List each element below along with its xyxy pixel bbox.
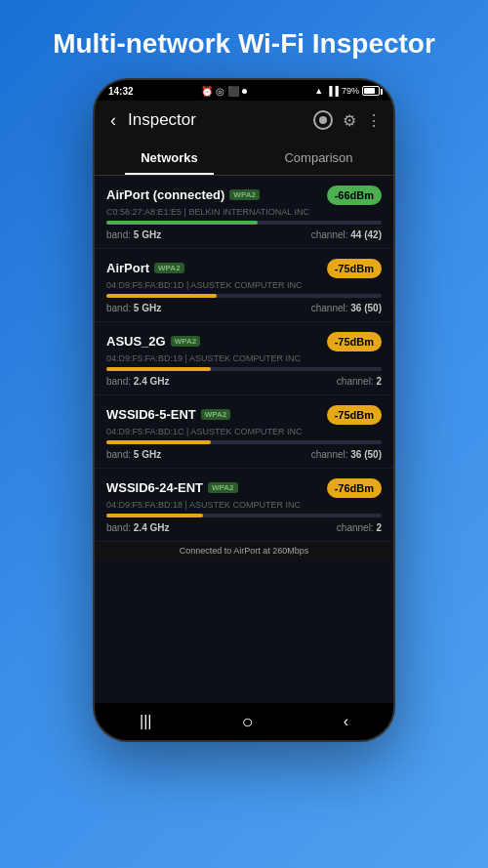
back-button[interactable]: ‹ bbox=[106, 108, 120, 133]
network-footer-0: band: 5 GHz channel: 44 (42) bbox=[106, 229, 382, 240]
signal-bar-4 bbox=[106, 514, 382, 517]
page-title-text: Multi-network Wi-Fi Inspector bbox=[33, 0, 455, 78]
security-badge-1: WPA2 bbox=[154, 263, 184, 273]
back-nav-button[interactable]: ‹ bbox=[344, 713, 348, 730]
battery-icon bbox=[362, 86, 380, 96]
network-footer-1: band: 5 GHz channel: 36 (50) bbox=[106, 303, 382, 313]
network-name-1: AirPort bbox=[106, 261, 149, 275]
security-badge-4: WPA2 bbox=[208, 482, 238, 493]
status-time: 14:32 bbox=[108, 86, 134, 97]
phone-frame: 14:32 ⏰ ◎ ⬛ ▲ ▐▐ 79% ‹ Inspector ⚙ ⋮ bbox=[93, 78, 395, 742]
network-item-1[interactable]: AirPort WPA2 -75dBm 04:D9:F5:FA:BD:1D | … bbox=[95, 249, 393, 322]
network-footer-4: band: 2.4 GHz channel: 2 bbox=[106, 522, 382, 533]
network-name-3: WSSID6-5-ENT bbox=[106, 407, 196, 422]
tab-networks[interactable]: Networks bbox=[95, 141, 244, 175]
camera-icon: ◎ bbox=[216, 86, 224, 97]
status-icons: ⏰ ◎ ⬛ bbox=[201, 86, 247, 97]
security-badge-2: WPA2 bbox=[171, 336, 201, 347]
signal-bar-2 bbox=[106, 367, 382, 371]
home-button[interactable]: ○ bbox=[242, 711, 254, 733]
network-item-3[interactable]: WSSID6-5-ENT WPA2 -75dBm 04:D9:F5:FA:BD:… bbox=[95, 395, 393, 469]
menu-button[interactable]: ||| bbox=[140, 713, 151, 730]
tabs-container: Networks Comparison bbox=[95, 141, 393, 176]
network-name-4: WSSID6-24-ENT bbox=[106, 480, 203, 495]
signal-badge-0: -66dBm bbox=[327, 186, 382, 205]
alarm-icon: ⏰ bbox=[201, 86, 213, 97]
signal-badge-2: -75dBm bbox=[327, 332, 382, 351]
networks-list: AirPort (connected) WPA2 -66dBm C0:56:27… bbox=[95, 176, 393, 703]
status-bar: 14:32 ⏰ ◎ ⬛ ▲ ▐▐ 79% bbox=[95, 80, 393, 101]
signal-bar-3 bbox=[106, 440, 382, 444]
more-icon[interactable]: ⋮ bbox=[366, 111, 382, 130]
signal-icon: ▐▐ bbox=[326, 86, 339, 96]
security-badge-0: WPA2 bbox=[229, 189, 260, 200]
network-mac-0: C0:56:27:A8:E1:E5 | BELKIN INTERNATIONAL… bbox=[106, 207, 382, 217]
signal-bar-1 bbox=[106, 294, 382, 298]
signal-badge-3: -75dBm bbox=[327, 405, 382, 425]
network-name-0: AirPort (connected) bbox=[106, 187, 224, 202]
dot-icon bbox=[242, 89, 247, 94]
network-item-4[interactable]: WSSID6-24-ENT WPA2 -76dBm 04:D9:F5:FA:BD… bbox=[95, 469, 393, 542]
app-header: ‹ Inspector ⚙ ⋮ bbox=[95, 101, 393, 141]
signal-bar-0 bbox=[106, 221, 382, 225]
network-footer-3: band: 5 GHz channel: 36 (50) bbox=[106, 449, 382, 460]
header-title: Inspector bbox=[128, 110, 305, 130]
battery-percent: 79% bbox=[342, 86, 359, 96]
status-right: ▲ ▐▐ 79% bbox=[314, 86, 380, 96]
bottom-nav: ||| ○ ‹ bbox=[95, 703, 393, 742]
tab-comparison[interactable]: Comparison bbox=[244, 141, 393, 175]
network-mac-4: 04:D9:F5:FA:BD:18 | ASUSTEK COMPUTER INC bbox=[106, 500, 382, 510]
wifi-icon: ▲ bbox=[314, 86, 323, 96]
network-footer-2: band: 2.4 GHz channel: 2 bbox=[106, 376, 382, 387]
network-item-0[interactable]: AirPort (connected) WPA2 -66dBm C0:56:27… bbox=[95, 176, 393, 249]
signal-badge-4: -76dBm bbox=[327, 478, 382, 498]
network-name-2: ASUS_2G bbox=[106, 334, 166, 349]
network-item-2[interactable]: ASUS_2G WPA2 -75dBm 04:D9:F5:FA:BD:19 | … bbox=[95, 322, 393, 395]
network-mac-1: 04:D9:F5:FA:BD:1D | ASUSTEK COMPUTER INC bbox=[106, 280, 382, 290]
connection-status: Connected to AirPort at 260Mbps bbox=[95, 542, 393, 559]
header-actions: ⚙ ⋮ bbox=[313, 110, 382, 130]
record-button[interactable] bbox=[313, 110, 333, 130]
filter-icon[interactable]: ⚙ bbox=[343, 111, 356, 130]
network-mac-2: 04:D9:F5:FA:BD:19 | ASUSTEK COMPUTER INC bbox=[106, 353, 382, 363]
security-badge-3: WPA2 bbox=[201, 409, 231, 420]
signal-badge-1: -75dBm bbox=[327, 259, 382, 278]
network-mac-3: 04:D9:F5:FA:BD:1C | ASUSTEK COMPUTER INC bbox=[106, 427, 382, 436]
image-icon: ⬛ bbox=[227, 86, 239, 97]
